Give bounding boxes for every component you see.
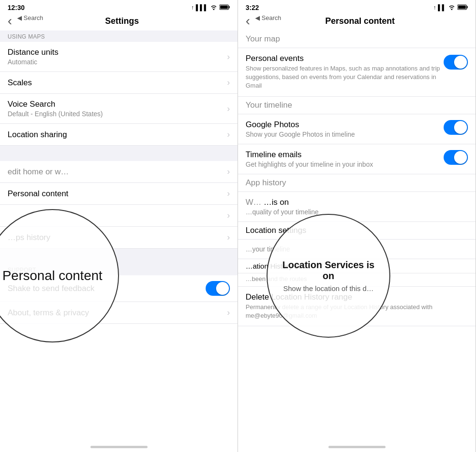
- delete-location-desc: Permanently delete a range of your Locat…: [246, 303, 468, 320]
- location-sharing-title: Location sharing: [8, 130, 227, 140]
- home-indicator-left: [90, 446, 148, 448]
- voice-search-subtitle: Default - English (United States): [8, 110, 227, 118]
- back-button-right[interactable]: ‹: [246, 13, 250, 29]
- list-item-location-sharing[interactable]: Location sharing ›: [0, 124, 238, 146]
- location-icon: ↑: [191, 4, 194, 11]
- status-bar-right: 3:22 ↑ ▌▌: [238, 0, 476, 13]
- time-left: 12:30: [8, 4, 25, 11]
- signal-icon: ▌▌▌: [196, 4, 208, 11]
- battery-icon-right: [457, 4, 468, 11]
- shake-feedback-toggle[interactable]: [206, 281, 230, 296]
- list-item-delete-location[interactable]: Delete Location History range Permanentl…: [238, 287, 476, 326]
- svg-rect-2: [220, 5, 228, 9]
- been-routes-label: …been and the routes: [238, 273, 476, 287]
- search-label-right: ◀ Search: [255, 14, 281, 21]
- personal-content-title: Personal content: [8, 189, 227, 199]
- your-timeline-label: Your timeline: [238, 97, 476, 114]
- list-item-timeline-emails[interactable]: Timeline emails Get highlights of your t…: [238, 144, 476, 174]
- personal-events-title: Personal events: [246, 54, 444, 63]
- home-indicator-right: [328, 446, 386, 448]
- status-icons-right: ↑ ▌▌: [433, 4, 468, 11]
- nav-title-right: Personal content: [325, 16, 395, 26]
- svg-rect-4: [467, 6, 468, 8]
- delete-location-title: Delete Location History range: [246, 292, 468, 302]
- location-icon-right: ↑: [433, 4, 436, 11]
- svg-rect-5: [458, 5, 466, 9]
- google-photos-title: Google Photos: [246, 120, 444, 130]
- distance-units-title: Distance units: [8, 48, 227, 57]
- google-photos-desc: Show your Google Photos in timeline: [246, 131, 444, 138]
- list-item-personal-events[interactable]: Personal events Show personalized featur…: [238, 48, 476, 97]
- chevron-icon: ›: [227, 52, 230, 62]
- wifi-icon: [210, 4, 218, 11]
- your-map-label: Your map: [238, 30, 476, 48]
- section-header-using-maps: USING MAPS: [0, 30, 238, 42]
- chevron-icon: ›: [227, 211, 230, 221]
- list-item-google-photos[interactable]: Google Photos Show your Google Photos in…: [238, 114, 476, 144]
- location-settings-label: Location settings: [238, 222, 476, 240]
- section-gap-1: [0, 146, 238, 161]
- voice-search-title: Voice Search: [8, 100, 227, 109]
- list-item-voice-search[interactable]: Voice Search Default - English (United S…: [0, 94, 238, 124]
- signal-icon-right: ▌▌: [438, 4, 446, 11]
- timeline-emails-toggle[interactable]: [444, 150, 468, 165]
- about-privacy-title: About, terms & privacy: [8, 308, 227, 318]
- shake-feedback-title: Shake to send feedback: [8, 284, 206, 293]
- list-item-personal-content[interactable]: Personal content ›: [0, 183, 238, 205]
- your-timeline-routes: …your timeline: [246, 245, 468, 253]
- chevron-icon: ›: [227, 130, 230, 140]
- list-item-maps-history[interactable]: …ps history ›: [0, 227, 238, 249]
- time-right: 3:22: [246, 4, 259, 11]
- chevron-icon: ›: [227, 308, 230, 318]
- timeline-emails-title: Timeline emails: [246, 150, 444, 160]
- distance-units-subtitle: Automatic: [8, 58, 227, 66]
- search-label-left: ◀ Search: [17, 14, 43, 21]
- wifi-icon-right: [448, 4, 456, 11]
- list-item-scales[interactable]: Scales ›: [0, 72, 238, 94]
- section-gap-2: [0, 249, 238, 264]
- list-item-distance-units[interactable]: Distance units Automatic ›: [0, 42, 238, 72]
- chevron-icon: ›: [227, 78, 230, 88]
- section-header-support: SUPPORT: [0, 264, 238, 275]
- personal-events-desc: Show personalized features in Maps, such…: [246, 64, 444, 90]
- battery-icon: [219, 4, 230, 11]
- list-item-about-privacy[interactable]: About, terms & privacy ›: [0, 302, 238, 324]
- svg-rect-1: [229, 6, 230, 8]
- status-bar-left: 12:30 ↑ ▌▌▌: [0, 0, 238, 13]
- nav-title-left: Settings: [105, 16, 139, 26]
- timeline-emails-desc: Get highlights of your timeline in your …: [246, 161, 444, 168]
- personal-events-toggle[interactable]: [444, 55, 468, 70]
- status-icons-left: ↑ ▌▌▌: [191, 4, 230, 11]
- app-history-label: App history: [238, 174, 476, 192]
- chevron-icon: ›: [227, 104, 230, 114]
- chevron-icon: ›: [227, 232, 230, 242]
- google-photos-toggle[interactable]: [444, 120, 468, 135]
- list-item-location-services[interactable]: …your timeline: [238, 240, 476, 259]
- list-item-app-history-1[interactable]: W… …is on …quality of your timeline: [238, 192, 476, 222]
- list-item-edit-home[interactable]: edit home or w… ›: [0, 161, 238, 183]
- back-button-left[interactable]: ‹: [8, 13, 12, 29]
- list-item-blank[interactable]: ›: [0, 205, 238, 227]
- location-history-label: …ation History set…: [238, 259, 476, 273]
- chevron-icon: ›: [227, 167, 230, 177]
- chevron-icon: ›: [227, 189, 230, 199]
- list-item-shake-feedback[interactable]: Shake to send feedback: [0, 275, 238, 302]
- scales-title: Scales: [8, 78, 227, 88]
